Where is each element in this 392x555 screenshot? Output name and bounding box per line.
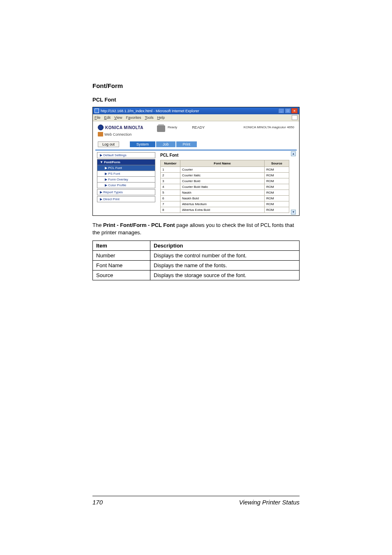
tab-system[interactable]: System	[130, 141, 155, 147]
maximize-button[interactable]: □	[285, 108, 291, 113]
table-row: 1CourierROM	[161, 167, 289, 173]
section-title: Viewing Printer Status	[239, 499, 300, 506]
scroll-down-icon[interactable]: ▾	[291, 210, 296, 215]
table-row: Font Name Displays the name of the fonts…	[93, 261, 300, 271]
col-header-name: Font Name	[180, 160, 265, 167]
globe-icon	[98, 125, 104, 130]
minimize-button[interactable]: _	[278, 108, 284, 113]
table-row: Source Displays the storage source of th…	[93, 271, 300, 280]
side-nav: ▶ Default Settings ▼ Font/Form ▶ PCL Fon…	[95, 150, 157, 215]
menu-tools[interactable]: Tools	[145, 116, 153, 120]
page-footer: 170 Viewing Printer Status	[92, 496, 300, 506]
menu-file[interactable]: File	[95, 116, 101, 120]
table-row: 2Courier ItalicROM	[161, 173, 289, 178]
menu-edit[interactable]: Edit	[104, 116, 111, 120]
logout-button[interactable]: Log out	[98, 141, 119, 147]
browser-screenshot: http://192.168.1.2/m_index.html - Micros…	[92, 107, 300, 216]
main-tabs: System Job Print	[130, 141, 197, 147]
status-label: Ready	[168, 125, 177, 129]
heading-font-form: Font/Form	[92, 82, 300, 89]
scroll-up-icon[interactable]: ▴	[291, 151, 296, 156]
table-row: 6Naskh BoldROM	[161, 196, 289, 201]
sidebar-item-font-form[interactable]: ▼ Font/Form	[97, 159, 155, 165]
close-button[interactable]: ×	[291, 108, 297, 113]
sidebar-sub-ps-font[interactable]: ▶ PS Font	[97, 171, 155, 177]
printer-icon	[157, 125, 165, 132]
col-header-number: Number	[161, 160, 180, 167]
table-row: 8Albertus Extra BoldROM	[161, 207, 289, 213]
table-row: Number Displays the control number of th…	[93, 251, 300, 261]
menu-help[interactable]: Help	[157, 116, 165, 120]
heading-pcl-font: PCL Font	[92, 97, 300, 103]
windows-flag-icon	[292, 115, 297, 120]
menu-view[interactable]: View	[114, 116, 122, 120]
pagescope-icon	[98, 132, 103, 136]
sidebar-sub-form-overlay[interactable]: ▶ Form Overlay	[97, 177, 155, 183]
konica-minolta-logo: KONICA MINOLTA	[98, 125, 157, 130]
menubar: File Edit View Favorites Tools Help	[93, 114, 299, 121]
table-row: 4Courier Bold ItalicROM	[161, 184, 289, 190]
description-paragraph: The Print - Font/Form - PCL Font page al…	[92, 222, 300, 236]
tab-print[interactable]: Print	[176, 141, 197, 147]
sidebar-sub-color-profile[interactable]: ▶ Color Profile	[97, 183, 155, 188]
sidebar-item-default-settings[interactable]: ▶ Default Settings	[97, 152, 155, 158]
sidebar-item-report-types[interactable]: ▶ Report Types	[97, 189, 155, 195]
menu-favorites[interactable]: Favorites	[126, 116, 141, 120]
window-title: http://192.168.1.2/m_index.html - Micros…	[101, 109, 278, 113]
doc-col-description: Description	[150, 241, 300, 251]
main-panel: PCL Font Number Font Name Source 1Courie…	[157, 150, 297, 215]
device-name: KONICA MINOLTA magicolor 4650	[244, 125, 294, 129]
description-table: Item Description Number Displays the con…	[92, 240, 300, 280]
page-header: KONICA MINOLTA Web Connection Ready READ…	[95, 124, 297, 141]
page-number: 170	[92, 499, 103, 506]
window-titlebar: http://192.168.1.2/m_index.html - Micros…	[93, 107, 299, 114]
table-row: 5NaskhROM	[161, 190, 289, 196]
sidebar-sub-pcl-font[interactable]: ▶ PCL Font	[97, 165, 155, 171]
sidebar-item-direct-print[interactable]: ▶ Direct Print	[97, 196, 155, 202]
ie-icon	[95, 109, 99, 113]
status-text: READY	[192, 125, 205, 130]
table-row: 3Courier BoldROM	[161, 178, 289, 184]
pagescope-logo: Web Connection	[98, 132, 157, 136]
table-row: 7Albertus MediumROM	[161, 201, 289, 207]
tab-job[interactable]: Job	[156, 141, 175, 147]
col-header-source: Source	[265, 160, 289, 167]
doc-col-item: Item	[93, 241, 150, 251]
font-table: Number Font Name Source 1CourierROM 2Cou…	[160, 160, 289, 213]
panel-title: PCL Font	[160, 153, 289, 157]
